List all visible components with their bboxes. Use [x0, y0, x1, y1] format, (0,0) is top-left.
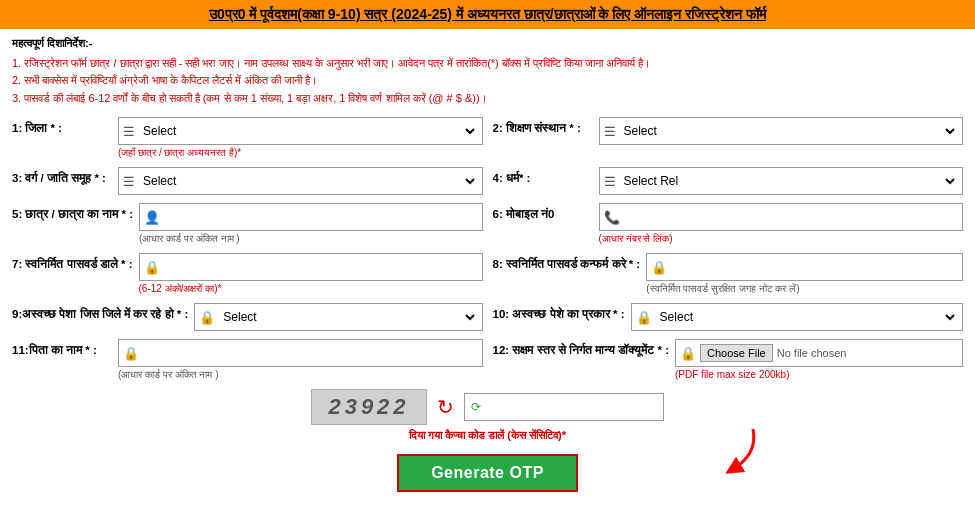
pesh-prakar-select[interactable]: Select: [656, 304, 958, 330]
lock-icon-2: 🔒: [651, 260, 667, 275]
title-bar: उ0प्र0 में पूर्वदशम(कक्षा 9-10) सत्र (20…: [0, 0, 975, 29]
captcha-input-wrapper: ⟳: [464, 393, 664, 421]
confirm-password-hint: (स्वनिर्मित पासवर्ड सुरक्षित जगह नोट कर …: [646, 283, 963, 295]
page-title: उ0प्र0 में पूर्वदशम(कक्षा 9-10) सत्र (20…: [0, 0, 975, 29]
pesh-jila-select[interactable]: Select: [219, 304, 477, 330]
shikshan-select-wrapper: ☰ Select: [599, 117, 964, 145]
chatra-label: 5: छात्र / छात्रा का नाम * :: [12, 203, 133, 221]
password-label: 7: स्वनिर्मित पासवर्ड डाले * :: [12, 253, 133, 271]
instruction-1: 1. रजिस्ट्रेशन फॉर्म छात्र / छात्रा द्वा…: [12, 55, 963, 73]
list-icon-2: ☰: [604, 124, 616, 139]
mobile-field: 6: मोबाइल नं0 📞 (आधार नंबर से लिंक): [493, 203, 964, 245]
shikshan-input-group: ☰ Select: [599, 117, 964, 145]
confirm-password-input[interactable]: [671, 254, 958, 280]
pesh-jila-select-wrapper: 🔒 Select: [194, 303, 482, 331]
dharm-select[interactable]: Select Rel: [620, 168, 959, 194]
lock-icon-5: 🔒: [123, 346, 139, 361]
instruction-3: 3. पासवर्ड की लंबाई 6-12 वर्णों के बीच ह…: [12, 90, 963, 108]
important-heading: महत्वपूर्ण दिशानिर्देश:-: [12, 35, 963, 53]
list-icon: ☰: [123, 124, 135, 139]
captcha-label: दिया गया कैप्चा कोड डालें (केस सेंसिटिव)…: [409, 429, 566, 442]
instruction-2: 2. सभी बाक्सेस में प्रविष्टियाँ अंग्रेजी…: [12, 72, 963, 90]
pita-input-group: 🔒 (आधार कार्ड पर अंकित नाम ): [118, 339, 483, 381]
pesh-prakar-field: 10: अस्वच्छ पेशे का प्रकार * : 🔒 Select: [493, 303, 964, 331]
varg-label: 3: वर्ग / जाति समूह * :: [12, 167, 112, 185]
form-row-4: 7: स्वनिर्मित पासवर्ड डाले * : 🔒 (6-12 अ…: [12, 253, 963, 295]
lock-icon-3: 🔒: [199, 310, 215, 325]
mobile-input-wrapper: 📞: [599, 203, 964, 231]
jila-field: 1: जिला * : ☰ Select (जहाँ छात्र / छात्र…: [12, 117, 483, 159]
captcha-section: 23922 ↻ ⟳ दिया गया कैप्चा कोड डालें (केस…: [12, 389, 963, 442]
pita-field: 11:पिता का नाम * : 🔒 (आधार कार्ड पर अंकि…: [12, 339, 483, 381]
dharm-input-group: ☰ Select Rel: [599, 167, 964, 195]
pita-hint: (आधार कार्ड पर अंकित नाम ): [118, 369, 483, 381]
phone-icon: 📞: [604, 210, 620, 225]
confirm-password-input-wrapper: 🔒: [646, 253, 963, 281]
shikshan-select[interactable]: Select: [620, 118, 959, 144]
form-row-1: 1: जिला * : ☰ Select (जहाँ छात्र / छात्र…: [12, 117, 963, 159]
generate-otp-button[interactable]: Generate OTP: [397, 454, 578, 492]
jila-hint: (जहाँ छात्र / छात्रा अध्ययनरत है)*: [118, 147, 483, 159]
captcha-row: 23922 ↻ ⟳: [311, 389, 663, 425]
mobile-hint: (आधार नंबर से लिंक): [599, 233, 964, 245]
pesh-prakar-label: 10: अस्वच्छ पेशे का प्रकार * :: [493, 303, 625, 321]
varg-field: 3: वर्ग / जाति समूह * : ☰ Select: [12, 167, 483, 195]
no-file-text: No file chosen: [777, 347, 847, 359]
varg-select-wrapper: ☰ Select: [118, 167, 483, 195]
registration-form: 1: जिला * : ☰ Select (जहाँ छात्र / छात्र…: [0, 113, 975, 502]
form-row-5: 9:अस्वच्छ पेशा जिस जिले में कर रहे हो * …: [12, 303, 963, 331]
chatra-field: 5: छात्र / छात्रा का नाम * : 👤 (आधार कार…: [12, 203, 483, 245]
arrow-icon: [673, 424, 763, 479]
mobile-input-group: 📞 (आधार नंबर से लिंक): [599, 203, 964, 245]
lock-icon-4: 🔒: [636, 310, 652, 325]
confirm-password-input-group: 🔒 (स्वनिर्मित पासवर्ड सुरक्षित जगह नोट क…: [646, 253, 963, 295]
password-hint: (6-12 अंको/अक्षरों का)*: [139, 283, 483, 295]
pesh-jila-field: 9:अस्वच्छ पेशा जिस जिले में कर रहे हो * …: [12, 303, 483, 331]
password-input-group: 🔒 (6-12 अंको/अक्षरों का)*: [139, 253, 483, 295]
varg-input-group: ☰ Select: [118, 167, 483, 195]
document-file-wrapper: 🔒 Choose File No file chosen: [675, 339, 963, 367]
jila-label: 1: जिला * :: [12, 117, 112, 135]
jila-select-wrapper: ☰ Select: [118, 117, 483, 145]
form-row-2: 3: वर्ग / जाति समूह * : ☰ Select 4: धर्म…: [12, 167, 963, 195]
document-field: 12: सक्षम स्तर से निर्गत मान्य डॉक्यूमें…: [493, 339, 964, 380]
varg-select[interactable]: Select: [139, 168, 478, 194]
document-hint: (PDF file max size 200kb): [675, 369, 963, 380]
form-row-6: 11:पिता का नाम * : 🔒 (आधार कार्ड पर अंकि…: [12, 339, 963, 381]
mobile-input[interactable]: [624, 204, 959, 230]
person-icon: 👤: [144, 210, 160, 225]
mobile-label: 6: मोबाइल नं0: [493, 203, 593, 221]
form-row-3: 5: छात्र / छात्रा का नाम * : 👤 (आधार कार…: [12, 203, 963, 245]
jila-select[interactable]: Select: [139, 118, 478, 144]
password-field: 7: स्वनिर्मित पासवर्ड डाले * : 🔒 (6-12 अ…: [12, 253, 483, 295]
choose-file-button[interactable]: Choose File: [700, 344, 773, 362]
pita-input-wrapper: 🔒: [118, 339, 483, 367]
captcha-icon: ⟳: [471, 400, 481, 414]
pesh-jila-label: 9:अस्वच्छ पेशा जिस जिले में कर रहे हो * …: [12, 303, 188, 321]
pita-input[interactable]: [143, 340, 478, 366]
password-input-wrapper: 🔒: [139, 253, 483, 281]
captcha-input[interactable]: [487, 400, 657, 414]
captcha-image: 23922: [311, 389, 426, 425]
lock-icon: 🔒: [144, 260, 160, 275]
chatra-input-wrapper: 👤: [139, 203, 482, 231]
chatra-input-group: 👤 (आधार कार्ड पर अंकित नाम ): [139, 203, 482, 245]
confirm-password-label: 8: स्वनिर्मित पासवर्ड कन्फर्म करे * :: [493, 253, 641, 271]
dharm-label: 4: धर्म* :: [493, 167, 593, 185]
chatra-hint: (आधार कार्ड पर अंकित नाम ): [139, 233, 482, 245]
dharm-select-wrapper: ☰ Select Rel: [599, 167, 964, 195]
otp-section: Generate OTP: [12, 454, 963, 492]
captcha-refresh-button[interactable]: ↻: [437, 395, 454, 419]
pesh-jila-input-group: 🔒 Select: [194, 303, 482, 331]
lock-icon-6: 🔒: [680, 346, 696, 361]
chatra-input[interactable]: [164, 204, 477, 230]
dharm-field: 4: धर्म* : ☰ Select Rel: [493, 167, 964, 195]
password-input[interactable]: [164, 254, 478, 280]
shikshan-field: 2: शिक्षण संस्थान * : ☰ Select: [493, 117, 964, 145]
confirm-password-field: 8: स्वनिर्मित पासवर्ड कन्फर्म करे * : 🔒 …: [493, 253, 964, 295]
document-label: 12: सक्षम स्तर से निर्गत मान्य डॉक्यूमें…: [493, 339, 670, 357]
document-input-group: 🔒 Choose File No file chosen (PDF file m…: [675, 339, 963, 380]
instructions-section: महत्वपूर्ण दिशानिर्देश:- 1. रजिस्ट्रेशन …: [0, 29, 975, 113]
list-icon-3: ☰: [123, 174, 135, 189]
list-icon-4: ☰: [604, 174, 616, 189]
